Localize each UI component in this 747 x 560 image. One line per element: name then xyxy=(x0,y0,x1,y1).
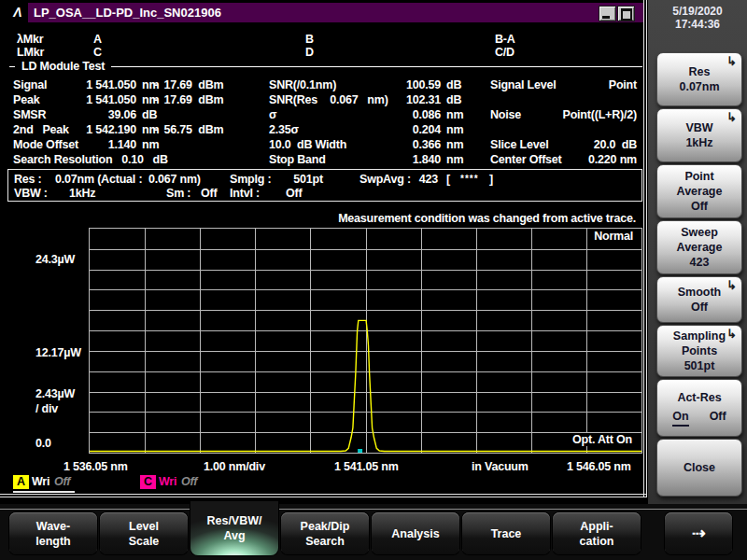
menu-next-page[interactable]: ⇢ xyxy=(665,512,732,554)
maximize-icon xyxy=(621,8,632,21)
x-axis-perdiv-label: 1.00 nm/div xyxy=(204,460,265,473)
softkey-vbw[interactable]: ↳ VBW 1kHz xyxy=(656,108,742,162)
softkey-sampling-points[interactable]: ↳ Sampling Points 501pt xyxy=(656,325,742,377)
measurement-screen: Λ LP_OSA__LD-PD_Inc_SN021906 λMkr A B B-… xyxy=(0,0,648,500)
act-res-off-option[interactable]: Off xyxy=(710,409,726,427)
marker-col-b: D xyxy=(305,46,314,59)
param-value: 1 541.050 xyxy=(56,93,136,106)
optical-attenuator-label: Opt. Att On xyxy=(570,433,635,446)
param-unit: nm xyxy=(446,138,463,151)
menu-application[interactable]: Appli- cation xyxy=(553,512,641,554)
softkey-value: 0.07nm xyxy=(679,79,719,94)
y-axis-perdiv-suffix: / div xyxy=(35,402,58,415)
sm-label: Sm : xyxy=(166,187,190,200)
param-unit: nm xyxy=(142,138,159,151)
submenu-arrow-icon: ↳ xyxy=(726,278,737,293)
menu-label: Peak/Dip xyxy=(301,519,350,534)
menu-peak-dip-search[interactable]: Peak/Dip Search xyxy=(281,512,369,554)
param-unit: nm xyxy=(446,153,463,166)
minimize-icon xyxy=(602,16,610,19)
spectrum-plot-svg xyxy=(90,229,641,453)
param-value: 20.0 dB xyxy=(518,138,637,151)
param-value: 1 541.050 xyxy=(56,78,136,91)
intvl-value: Off xyxy=(286,187,302,200)
softkey-close[interactable]: Close xyxy=(656,439,742,497)
menu-analysis[interactable]: Analysis xyxy=(372,512,459,554)
softkey-sidebar: 5/19/2020 17:44:36 ↳ Res 0.07nm ↳ VBW 1k… xyxy=(648,0,747,504)
res-label: Res : xyxy=(14,173,42,186)
res-value: 0.07nm (Actual : 0.067 nm) xyxy=(55,173,201,186)
y-axis-zero-label: 0.0 xyxy=(35,437,51,450)
softkey-label: Average xyxy=(677,240,723,255)
trace-c-state: Off xyxy=(181,475,197,488)
notice-message: Measurement condition was changed from a… xyxy=(0,212,636,225)
x-axis-stop-label: 1 546.05 nm xyxy=(567,460,631,473)
softkey-label: Smooth xyxy=(678,285,722,300)
menu-divider xyxy=(0,509,747,510)
menu-level-scale[interactable]: Level Scale xyxy=(100,512,188,554)
param-label: Signal xyxy=(13,78,47,91)
maximize-button[interactable] xyxy=(617,6,635,21)
trace-a-box: A xyxy=(13,475,29,489)
softkey-res[interactable]: ↳ Res 0.07nm xyxy=(656,52,742,106)
screen-border xyxy=(0,497,647,497)
softkey-act-res[interactable]: Act-Res On Off xyxy=(656,379,742,437)
param-extra: - 17.69 dBm xyxy=(154,93,224,106)
menu-label: Scale xyxy=(129,534,160,549)
x-axis-medium-label: in Vacuum xyxy=(472,460,529,473)
param-unit: dB xyxy=(142,108,157,121)
menu-trace[interactable]: Trace xyxy=(462,512,550,554)
smplg-value: 501pt xyxy=(284,173,323,186)
param-value: 1 542.190 xyxy=(56,123,136,136)
param-value: Point((L+R)/2) xyxy=(518,108,637,121)
marker-col-a: A xyxy=(93,33,102,46)
softkey-label: Sampling xyxy=(673,329,726,343)
menu-label: length xyxy=(35,534,71,549)
minimize-button[interactable] xyxy=(599,6,616,21)
softkey-label: Close xyxy=(684,460,715,475)
system-time: 17:44:36 xyxy=(648,18,747,31)
x-axis-start-label: 1 536.05 nm xyxy=(63,460,128,473)
marker-col-b: B xyxy=(305,33,314,46)
swpavg-flag: **** xyxy=(460,173,479,186)
menu-res-vbw-avg[interactable]: Res/VBW/ Avg xyxy=(190,501,278,555)
param-unit: dB xyxy=(446,93,461,106)
softkey-label: Average xyxy=(677,184,723,199)
param-label: 10.0 dB Width xyxy=(269,138,346,151)
submenu-arrow-icon: ↳ xyxy=(726,54,737,69)
marker-row-label: LMkr xyxy=(17,46,44,59)
spectrum-plot: Normal Opt. Att On xyxy=(89,228,642,454)
softkey-value: Off xyxy=(691,199,708,214)
softkey-label: Sweep xyxy=(681,225,718,240)
param-value: 39.06 xyxy=(56,108,136,121)
act-res-on-option[interactable]: On xyxy=(672,409,688,427)
menu-wavelength[interactable]: Wave- length xyxy=(9,512,97,554)
screen-border xyxy=(643,0,644,497)
param-value: 0.220 nm xyxy=(518,153,637,166)
menu-label: Appli- xyxy=(580,519,613,534)
window-title: LP_OSA__LD-PD_Inc_SN021906 xyxy=(34,6,221,20)
param-value: 100.59 xyxy=(366,78,441,91)
menu-label: Analysis xyxy=(391,526,439,541)
marker-col-a: C xyxy=(93,46,102,59)
softkey-label: Points xyxy=(682,343,717,358)
param-label: SMSR xyxy=(13,108,46,121)
trace-c-mode: Wri xyxy=(159,475,176,488)
system-clock: 5/19/2020 17:44:36 xyxy=(648,5,747,31)
param-label: Stop Band xyxy=(269,153,326,166)
sweep-status-box: Res : 0.07nm (Actual : 0.067 nm) Smplg :… xyxy=(7,169,642,202)
next-page-arrow-icon: ⇢ xyxy=(692,526,705,541)
sm-value: Off xyxy=(201,187,217,200)
trace-mode-label: Normal xyxy=(591,230,636,243)
system-date: 5/19/2020 xyxy=(648,5,747,18)
param-value: Point xyxy=(518,78,637,91)
softkey-smooth[interactable]: ↳ Smooth Off xyxy=(656,276,742,323)
param-extra: - 56.75 dBm xyxy=(154,123,224,136)
app-logo-icon: Λ xyxy=(7,3,28,22)
softkey-value: 423 xyxy=(690,255,710,270)
softkey-point-average[interactable]: Point Average Off xyxy=(656,164,742,218)
bracket-close: ] xyxy=(489,173,493,186)
swpavg-value: 423 xyxy=(405,173,438,186)
softkey-sweep-average[interactable]: Sweep Average 423 xyxy=(656,220,742,274)
param-label: Search Resolution 0.10 dB xyxy=(13,153,168,166)
